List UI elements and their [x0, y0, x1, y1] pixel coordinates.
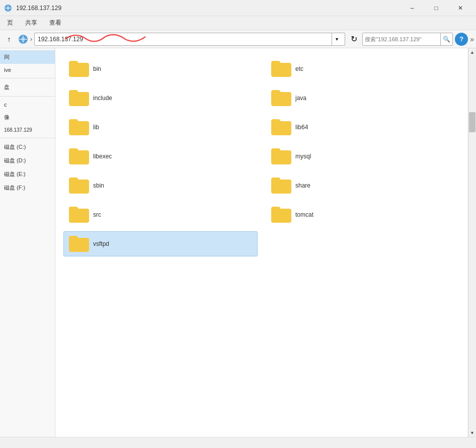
options-chevron[interactable]: »	[470, 35, 474, 43]
folder-icon-share	[271, 176, 291, 195]
sidebar-item-f[interactable]: 磁盘 (F:)	[0, 181, 55, 195]
status-bar	[0, 437, 476, 448]
folder-item-src[interactable]: src	[63, 202, 258, 227]
folder-icon-src	[69, 206, 89, 224]
sidebar-item-5[interactable]: 168.137.129	[0, 124, 55, 136]
folder-item-mysql[interactable]: mysql	[266, 144, 460, 169]
sidebar-item-e[interactable]: 磁盘 (E:)	[0, 167, 55, 181]
folder-name-java: java	[295, 95, 306, 102]
sidebar-item-c[interactable]: 磁盘 (C:)	[0, 140, 55, 154]
scroll-thumb[interactable]	[469, 112, 475, 132]
folder-icon-libexec	[69, 147, 89, 165]
folder-grid: binetcincludejavaliblib64libexecmysqlsbi…	[63, 56, 460, 256]
folder-item-share[interactable]: share	[266, 173, 460, 198]
search-button[interactable]: 🔍	[440, 33, 452, 46]
sidebar-item-2[interactable]: 盘	[0, 80, 55, 94]
address-text: 192.168.137.129	[38, 36, 330, 43]
globe-icon	[18, 34, 28, 44]
folder-name-lib64: lib64	[295, 124, 308, 131]
folder-name-src: src	[93, 211, 101, 218]
sidebar: 间 ive 盘 c 像 168.137.129 磁盘 (C:) 磁盘 (D:) …	[0, 48, 55, 437]
folder-icon-sbin	[69, 176, 89, 195]
right-scrollbar[interactable]: ▲ ▼	[468, 48, 476, 437]
folder-name-bin: bin	[93, 65, 101, 72]
folder-item-etc[interactable]: etc	[266, 56, 460, 81]
scroll-up-arrow[interactable]: ▲	[468, 48, 476, 56]
address-dropdown-button[interactable]: ▾	[332, 33, 342, 46]
sidebar-divider-1	[0, 78, 55, 78]
folder-item-sbin[interactable]: sbin	[63, 173, 258, 198]
folder-name-share: share	[295, 182, 310, 189]
folder-icon-include	[69, 89, 89, 107]
folder-name-lib: lib	[93, 124, 99, 131]
maximize-button[interactable]: □	[425, 0, 448, 16]
folder-icon-etc	[271, 60, 291, 78]
folder-name-vsftpd: vsftpd	[93, 240, 109, 247]
address-bar: 192.168.137.129 ▾	[34, 33, 345, 46]
folder-name-libexec: libexec	[93, 153, 112, 160]
menu-bar: 页 共享 查看	[0, 16, 476, 30]
sidebar-divider-3	[0, 138, 55, 138]
sidebar-item-d[interactable]: 磁盘 (D:)	[0, 154, 55, 167]
folder-name-tomcat: tomcat	[295, 211, 313, 218]
folder-name-sbin: sbin	[93, 182, 104, 189]
search-box: 🔍	[362, 33, 453, 46]
folder-item-lib64[interactable]: lib64	[266, 115, 460, 140]
up-button[interactable]: ↑	[2, 32, 16, 46]
title-bar-left: 192.168.137.129	[4, 4, 61, 12]
folder-item-bin[interactable]: bin	[63, 56, 258, 81]
sidebar-item-1[interactable]: ive	[0, 64, 55, 76]
file-area: binetcincludejavaliblib64libexecmysqlsbi…	[55, 48, 468, 437]
menu-item-view[interactable]: 查看	[44, 17, 66, 29]
folder-icon-bin	[69, 60, 89, 78]
sidebar-item-3[interactable]: c	[0, 99, 55, 111]
main-area: 间 ive 盘 c 像 168.137.129 磁盘 (C:) 磁盘 (D:) …	[0, 48, 476, 437]
folder-icon-lib64	[271, 118, 291, 136]
folder-item-tomcat[interactable]: tomcat	[266, 202, 460, 227]
folder-icon-java	[271, 89, 291, 107]
toolbar: ↑ › 192.168.137.129 ▾ ↻ 🔍 ? »	[0, 30, 476, 48]
folder-name-include: include	[93, 95, 112, 102]
title-text: 192.168.137.129	[16, 5, 61, 12]
search-input[interactable]	[363, 36, 440, 42]
menu-item-page[interactable]: 页	[2, 17, 18, 29]
sidebar-divider-2	[0, 96, 55, 97]
title-bar: 192.168.137.129 – □ ✕	[0, 0, 476, 16]
minimize-button[interactable]: –	[401, 0, 424, 16]
folder-item-lib[interactable]: lib	[63, 115, 258, 140]
folder-item-include[interactable]: include	[63, 85, 258, 111]
folder-item-java[interactable]: java	[266, 85, 460, 111]
scroll-track[interactable]	[468, 56, 476, 429]
scroll-down-arrow[interactable]: ▼	[468, 429, 476, 437]
folder-icon-lib	[69, 118, 89, 136]
breadcrumb-arrow: ›	[30, 36, 32, 43]
folder-name-etc: etc	[295, 65, 303, 72]
network-icon	[4, 4, 12, 12]
folder-item-vsftpd[interactable]: vsftpd	[63, 231, 258, 256]
folder-icon-vsftpd	[69, 235, 89, 253]
sidebar-item-4[interactable]: 像	[0, 111, 55, 124]
folder-name-mysql: mysql	[295, 153, 311, 160]
folder-icon-mysql	[271, 147, 291, 165]
title-bar-controls: – □ ✕	[401, 0, 472, 16]
close-button[interactable]: ✕	[449, 0, 472, 16]
sidebar-item-0[interactable]: 间	[0, 50, 55, 64]
folder-icon-tomcat	[271, 206, 291, 224]
menu-item-share[interactable]: 共享	[20, 17, 42, 29]
help-button[interactable]: ?	[455, 33, 468, 46]
refresh-button[interactable]: ↻	[347, 33, 360, 46]
folder-item-libexec[interactable]: libexec	[63, 144, 258, 169]
